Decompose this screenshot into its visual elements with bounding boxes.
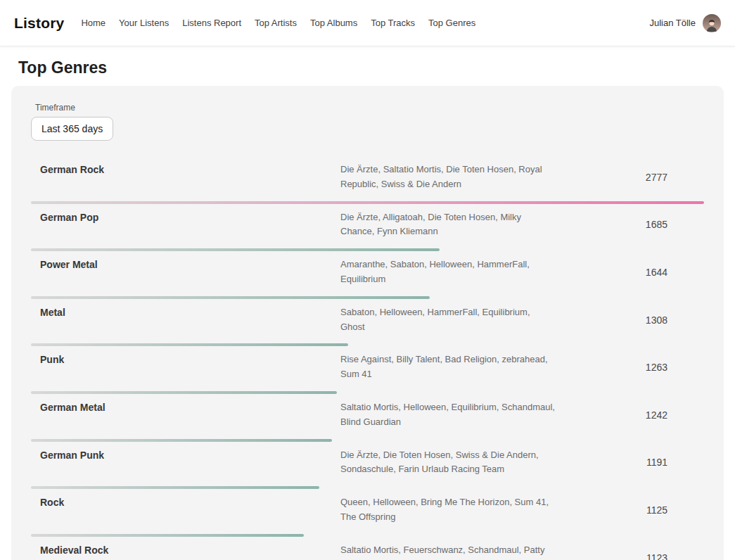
genre-artists: Die Ärzte, Die Toten Hosen, Swiss & Die … xyxy=(340,448,555,478)
timeframe-label: Timeframe xyxy=(35,103,704,113)
nav-item[interactable]: Top Albums xyxy=(310,18,357,28)
timeframe-filter: Timeframe Last 365 days xyxy=(31,103,704,141)
genre-count: 1242 xyxy=(555,409,704,421)
genre-name: Rock xyxy=(31,495,340,508)
genre-row[interactable]: Rock Queen, Helloween, Bring Me The Hori… xyxy=(31,489,704,537)
genre-artists: Die Ärzte, Alligatoah, Die Toten Hosen, … xyxy=(340,210,555,240)
genre-artists: Sabaton, Helloween, HammerFall, Equilibr… xyxy=(340,305,555,335)
genre-name: Power Metal xyxy=(31,257,340,270)
genre-count: 1191 xyxy=(555,457,704,468)
genre-artists: Die Ärzte, Saltatio Mortis, Die Toten Ho… xyxy=(340,163,555,192)
genre-row[interactable]: Metal Sabaton, Helloween, HammerFall, Eq… xyxy=(31,299,704,347)
app-logo[interactable]: Listory xyxy=(14,15,64,32)
genre-row[interactable]: Power Metal Amaranthe, Sabaton, Hellowee… xyxy=(31,251,704,299)
genre-row[interactable]: German Metal Saltatio Mortis, Helloween,… xyxy=(31,394,704,442)
top-nav-bar: Listory Home Your Listens Listens Report… xyxy=(0,0,735,46)
person-icon xyxy=(705,18,719,32)
genre-count: 1125 xyxy=(555,504,704,516)
nav-item[interactable]: Top Tracks xyxy=(371,18,415,28)
genre-name: Punk xyxy=(31,352,340,365)
genre-count: 1263 xyxy=(555,362,704,373)
nav-item[interactable]: Home xyxy=(81,18,106,28)
nav-item[interactable]: Top Genres xyxy=(428,18,475,28)
nav-item[interactable]: Top Artists xyxy=(255,18,297,28)
genre-artists: Saltatio Mortis, Helloween, Equilibrium,… xyxy=(340,400,555,430)
timeframe-select[interactable]: Last 365 days xyxy=(31,117,113,141)
genre-artists: Queen, Helloween, Bring Me The Horizon, … xyxy=(340,495,555,525)
genre-row[interactable]: German Pop Die Ärzte, Alligatoah, Die To… xyxy=(31,204,704,252)
genre-count: 2777 xyxy=(555,172,704,183)
genre-artists: Saltatio Mortis, Feuerschwanz, Schandmau… xyxy=(340,543,555,560)
avatar[interactable] xyxy=(703,14,721,32)
genres-card: Timeframe Last 365 days German Rock Die … xyxy=(11,86,724,560)
genre-count: 1644 xyxy=(555,267,704,278)
genre-count: 1123 xyxy=(555,552,704,560)
genre-artists: Rise Against, Billy Talent, Bad Religion… xyxy=(340,352,555,382)
page-title: Top Genres xyxy=(18,58,717,77)
main-content: Top Genres Timeframe Last 365 days Germa… xyxy=(0,58,735,560)
genre-count: 1308 xyxy=(555,314,704,326)
genre-list: German Rock Die Ärzte, Saltatio Mortis, … xyxy=(31,156,704,560)
genre-count: 1685 xyxy=(555,219,704,230)
genre-name: German Pop xyxy=(31,210,340,223)
genre-name: German Rock xyxy=(31,163,340,175)
nav-item[interactable]: Listens Report xyxy=(182,18,241,28)
genre-name: Medieval Rock xyxy=(31,543,340,556)
genre-artists: Amaranthe, Sabaton, Helloween, HammerFal… xyxy=(340,257,555,287)
genre-row[interactable]: German Rock Die Ärzte, Saltatio Mortis, … xyxy=(31,156,704,204)
genre-name: German Punk xyxy=(31,448,340,461)
genre-row[interactable]: German Punk Die Ärzte, Die Toten Hosen, … xyxy=(31,442,704,490)
nav-item[interactable]: Your Listens xyxy=(119,18,169,28)
genre-name: Metal xyxy=(31,305,340,318)
user-area: Julian Tölle xyxy=(649,14,721,32)
genre-name: German Metal xyxy=(31,400,340,413)
user-name: Julian Tölle xyxy=(649,18,696,28)
main-nav: Home Your Listens Listens Report Top Art… xyxy=(81,18,649,28)
genre-row[interactable]: Punk Rise Against, Billy Talent, Bad Rel… xyxy=(31,346,704,394)
genre-row[interactable]: Medieval Rock Saltatio Mortis, Feuerschw… xyxy=(31,537,704,560)
